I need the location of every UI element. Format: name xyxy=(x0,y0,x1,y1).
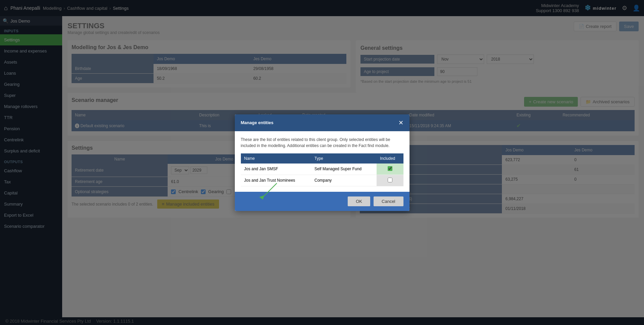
entity-col-included: Included xyxy=(377,153,403,164)
modal-overlay: Manage entities ✕ These are the list of … xyxy=(0,0,644,325)
modal-title: Manage entities xyxy=(241,120,274,125)
entity-type-trust: Company xyxy=(311,175,377,186)
modal-header: Manage entities ✕ xyxy=(235,114,410,131)
manage-entities-modal: Manage entities ✕ These are the list of … xyxy=(235,114,410,211)
entity-col-name: Name xyxy=(241,153,311,164)
modal-description: These are the list of entities related t… xyxy=(241,137,403,149)
trust-include-checkbox[interactable] xyxy=(388,178,392,182)
smsf-include-checkbox[interactable] xyxy=(388,166,392,171)
svg-marker-1 xyxy=(259,195,264,200)
entity-included-smsf xyxy=(377,164,403,175)
modal-cancel-button[interactable]: Cancel xyxy=(374,196,403,206)
entity-included-trust xyxy=(377,175,403,186)
arrow-decoration xyxy=(252,181,292,201)
modal-ok-button[interactable]: OK xyxy=(348,196,370,206)
entity-type-smsf: Self Managed Super Fund xyxy=(311,164,377,175)
table-row: Jos and Jan SMSF Self Managed Super Fund xyxy=(241,164,403,175)
modal-close-button[interactable]: ✕ xyxy=(398,119,403,127)
entity-name-smsf: Jos and Jan SMSF xyxy=(241,164,311,175)
entity-col-type: Type xyxy=(311,153,377,164)
